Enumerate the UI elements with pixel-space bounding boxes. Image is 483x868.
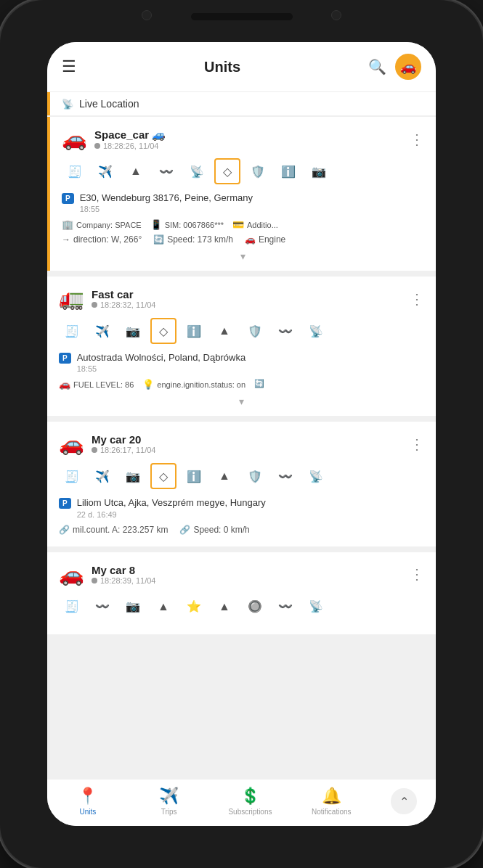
speed-icon: 🔗: [179, 525, 190, 535]
unit-action-navigate[interactable]: ▲: [211, 318, 238, 344]
unit-action-shield[interactable]: 🔘: [242, 594, 268, 620]
unit-more-button[interactable]: ⋮: [410, 565, 424, 583]
unit-action-star[interactable]: ⭐: [181, 594, 207, 620]
direction-icon: →: [62, 234, 70, 245]
detail-additional: 💳 Additio...: [232, 219, 278, 230]
ignition-icon: 💡: [142, 379, 154, 390]
content-area: 📡 Live Location 🚗 Space_car 🚙 18:28:26, …: [47, 92, 436, 779]
unit-action-up[interactable]: ▲: [150, 594, 176, 620]
unit-card-my-car-20: 🚗 My car 20 18:26:17, 11/04 ⋮ 🧾 ✈️: [47, 422, 436, 546]
unit-action-shield[interactable]: 🛡️: [242, 318, 268, 344]
app-header: ☰ Units 🔍 🚗: [47, 42, 436, 92]
unit-action-track[interactable]: 〰️: [89, 594, 115, 620]
collapse-arrow[interactable]: ▾: [59, 394, 424, 409]
unit-details: 🏢 Company: SPACE 📱 SIM: 0067866*** 💳 Add…: [62, 219, 424, 230]
status-dot: [92, 302, 97, 308]
unit-action-route[interactable]: 〰️: [272, 594, 299, 620]
additional-label: Additio...: [247, 221, 278, 229]
unit-action-route[interactable]: 〰️: [153, 158, 179, 184]
unit-timestamp: 18:28:32, 11/04: [100, 300, 155, 309]
units-nav-label: Units: [79, 808, 96, 816]
unit-vehicle-icon: 🚗: [59, 562, 84, 586]
unit-details: 🚗 FUEL LEVEL: 86 💡 engine.ignition.statu…: [59, 379, 424, 390]
unit-action-camera[interactable]: 📷: [120, 463, 146, 489]
fuel-label: FUEL LEVEL: 86: [73, 380, 134, 389]
unit-action-track[interactable]: ✈️: [92, 158, 118, 184]
nav-item-subscriptions[interactable]: 💲 Subscriptions: [228, 787, 272, 816]
unit-timestamp: 18:28:26, 11/04: [103, 142, 158, 150]
unit-action-signal[interactable]: 📡: [303, 318, 329, 344]
unit-action-info[interactable]: ℹ️: [275, 158, 301, 184]
unit-action-track[interactable]: ✈️: [89, 318, 115, 344]
unit-info: 🚗 My car 8 18:28:39, 11/04: [59, 562, 155, 586]
unit-name: My car 8: [92, 564, 155, 576]
address-time: 22 d. 16:49: [77, 510, 266, 519]
unit-info: 🚗 Space_car 🚙 18:28:26, 11/04: [62, 127, 166, 151]
unit-header: 🚛 Fast car 18:28:32, 11/04 ⋮: [59, 287, 424, 311]
company-label: Company: SPACE: [76, 221, 142, 229]
menu-button[interactable]: ☰: [62, 57, 76, 76]
unit-action-navigate[interactable]: ▲: [211, 594, 238, 620]
unit-action-navigate[interactable]: ▲: [211, 463, 238, 489]
unit-action-report[interactable]: 🧾: [59, 318, 85, 344]
unit-timestamp: 18:26:17, 11/04: [100, 446, 155, 454]
unit-action-report[interactable]: 🧾: [62, 158, 88, 184]
user-avatar[interactable]: 🚗: [395, 54, 421, 80]
unit-header: 🚗 My car 8 18:28:39, 11/04 ⋮: [59, 562, 424, 586]
unit-speed-row: 🔗 mil.count. A: 223.257 km 🔗 Speed: 0 km…: [59, 525, 424, 535]
unit-address: P E30, Wendeburg 38176, Peine, Germany 1…: [62, 192, 424, 213]
unit-action-navigate[interactable]: ▲: [123, 158, 149, 184]
nav-item-units[interactable]: 📍 Units: [66, 787, 110, 816]
unit-time: 18:28:39, 11/04: [92, 576, 155, 585]
unit-action-report[interactable]: 🧾: [59, 594, 85, 620]
unit-action-route[interactable]: 〰️: [272, 463, 299, 489]
unit-action-shield[interactable]: 🛡️: [245, 158, 271, 184]
speed-label: Speed: 0 km/h: [193, 525, 249, 535]
unit-action-report[interactable]: 🧾: [59, 463, 85, 489]
address-text: Liliom Utca, Ajka, Veszprém megye, Hunga…: [77, 496, 266, 509]
phone-screen: ☰ Units 🔍 🚗 📡 Live Location 🚗 Sp: [47, 42, 436, 826]
detail-company: 🏢 Company: SPACE: [62, 219, 142, 230]
unit-action-track[interactable]: ✈️: [89, 463, 115, 489]
units-nav-icon: 📍: [78, 787, 97, 806]
unit-action-geofence[interactable]: ◇: [150, 318, 176, 344]
unit-action-camera[interactable]: 📷: [306, 158, 332, 184]
notifications-nav-label: Notifications: [312, 808, 351, 816]
unit-action-signal[interactable]: 📡: [184, 158, 210, 184]
unit-name: Fast car: [92, 288, 155, 300]
unit-action-signal[interactable]: 📡: [303, 463, 329, 489]
address-time: 18:55: [80, 205, 253, 213]
address-text: Autostrada Wolności, Poland, Dąbrówka: [77, 351, 245, 364]
unit-action-signal[interactable]: 📡: [303, 594, 329, 620]
scroll-up-button[interactable]: ⌃: [391, 788, 417, 814]
unit-action-camera[interactable]: 📷: [120, 594, 146, 620]
nav-item-notifications[interactable]: 🔔 Notifications: [309, 787, 353, 816]
unit-action-geofence[interactable]: ◇: [214, 158, 240, 184]
search-button[interactable]: 🔍: [368, 58, 386, 75]
unit-action-shield[interactable]: 🛡️: [242, 463, 268, 489]
phone-notch: [191, 13, 293, 20]
camera-left: [142, 10, 152, 20]
unit-vehicle-icon: 🚛: [59, 287, 84, 311]
nav-item-trips[interactable]: ✈️ Trips: [147, 787, 191, 816]
unit-action-route[interactable]: 〰️: [272, 318, 299, 344]
unit-more-button[interactable]: ⋮: [410, 290, 424, 308]
phone-frame: ☰ Units 🔍 🚗 📡 Live Location 🚗 Sp: [0, 0, 483, 868]
direction-item: → direction: W, 266°: [62, 234, 142, 245]
collapse-arrow[interactable]: ▾: [62, 249, 424, 263]
sim-icon: 📱: [150, 219, 162, 230]
unit-name-block: Space_car 🚙 18:28:26, 11/04: [94, 128, 166, 150]
unit-action-camera[interactable]: 📷: [120, 318, 146, 344]
unit-action-info[interactable]: ℹ️: [181, 318, 207, 344]
unit-address: P Liliom Utca, Ajka, Veszprém megye, Hun…: [59, 496, 424, 518]
unit-time: 18:28:26, 11/04: [94, 142, 166, 150]
unit-more-button[interactable]: ⋮: [410, 131, 424, 148]
unit-more-button[interactable]: ⋮: [410, 435, 424, 453]
unit-actions: 🧾 〰️ 📷 ▲ ⭐ ▲ 🔘 〰️ 📡: [59, 594, 424, 620]
speed-item: 🔄 Speed: 173 km/h: [153, 234, 233, 245]
unit-name: Space_car 🚙: [94, 128, 166, 142]
milcount-label: mil.count. A: 223.257 km: [73, 525, 168, 535]
unit-action-info[interactable]: ℹ️: [181, 463, 207, 489]
unit-action-geofence[interactable]: ◇: [150, 463, 176, 489]
sim-label: SIM: 0067866***: [165, 221, 224, 229]
